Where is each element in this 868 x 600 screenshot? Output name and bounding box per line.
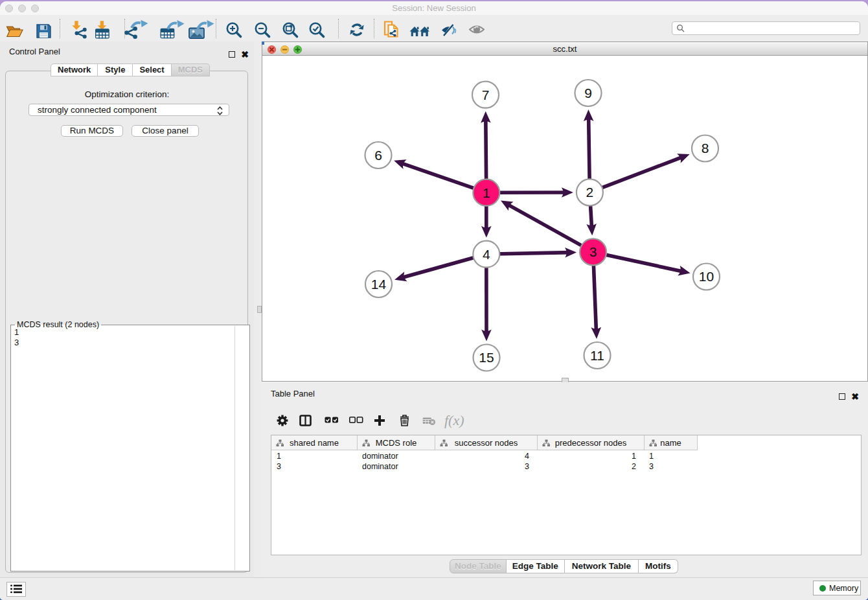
svg-text:8: 8 bbox=[702, 141, 709, 156]
svg-text:4: 4 bbox=[483, 247, 490, 262]
svg-text:11: 11 bbox=[590, 348, 604, 363]
svg-text:15: 15 bbox=[479, 350, 494, 365]
svg-text:7: 7 bbox=[482, 87, 490, 102]
svg-text:1: 1 bbox=[483, 185, 490, 200]
svg-text:6: 6 bbox=[374, 148, 382, 163]
svg-text:9: 9 bbox=[584, 86, 592, 100]
svg-text:2: 2 bbox=[586, 185, 594, 200]
svg-text:14: 14 bbox=[371, 277, 387, 292]
svg-text:10: 10 bbox=[699, 269, 714, 284]
svg-text:f(x): f(x) bbox=[444, 412, 464, 428]
svg-text:3: 3 bbox=[589, 244, 597, 259]
